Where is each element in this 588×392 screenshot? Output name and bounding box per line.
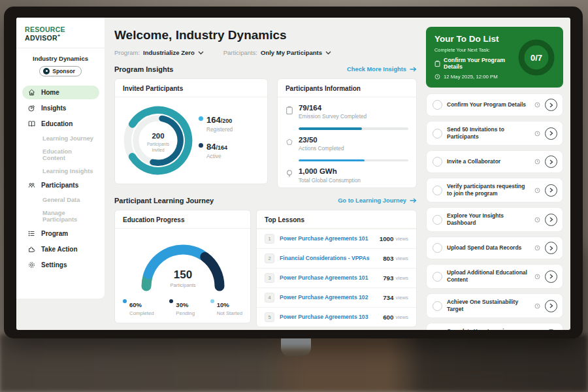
task-label: Upload Spend Data Records xyxy=(447,244,530,252)
program-insights-header: Program Insights Check More Insights xyxy=(114,65,417,73)
chevron-down-icon xyxy=(198,51,204,55)
sidebar-item-participants[interactable]: Participants xyxy=(22,178,99,192)
take-action-icon xyxy=(27,245,36,253)
task-open-button[interactable] xyxy=(545,242,557,254)
go-to-learning-journey-link[interactable]: Go to Learning Journey xyxy=(338,197,417,204)
donut-center-label1: Participants xyxy=(147,142,170,147)
task-open-button[interactable] xyxy=(545,99,557,111)
clock-icon xyxy=(534,188,540,193)
task-row[interactable]: Send 50 Invitations to Participants xyxy=(426,121,563,146)
check-more-insights-link[interactable]: Check More Insights xyxy=(347,66,417,73)
sponsor-badge[interactable]: Sponsor xyxy=(39,66,81,76)
task-open-button[interactable] xyxy=(545,270,557,283)
filter-bar: Program: Industrialize Zero Participants… xyxy=(114,49,417,56)
stat-emission-survey: 79/164 Emission Survey Completed xyxy=(278,97,416,123)
lesson-rank: 3 xyxy=(265,273,274,283)
task-open-button[interactable] xyxy=(545,329,557,330)
stat-label: Emission Survey Completed xyxy=(299,113,367,120)
logo-resource: RESOURCE xyxy=(25,25,65,33)
task-label: Upload Additional Educational Content xyxy=(447,269,530,284)
stat-value: 23/50 xyxy=(299,136,344,144)
sidebar-item-label: Insights xyxy=(41,105,66,112)
sidebar-item-general-data[interactable]: General Data xyxy=(22,194,99,206)
pending-label: Pending xyxy=(176,310,195,316)
completed-dot xyxy=(123,299,127,303)
sidebar-item-education-content[interactable]: Education Content xyxy=(22,146,99,164)
lesson-link[interactable]: Power Purchase Agreements 101 xyxy=(280,235,380,242)
sidebar-item-settings[interactable]: Settings xyxy=(22,258,99,272)
sidebar-item-program[interactable]: Program xyxy=(22,227,99,240)
link-label: Go to Learning Journey xyxy=(338,197,406,204)
sidebar-item-learning-journey[interactable]: Learning Journey xyxy=(22,133,99,144)
task-row[interactable]: Upload Spend Data Records xyxy=(426,237,563,259)
task-checkbox[interactable] xyxy=(433,301,442,311)
sidebar-item-label: Home xyxy=(41,89,59,96)
sidebar-item-take-action[interactable]: Take Action xyxy=(22,242,99,256)
chevron-right-icon xyxy=(549,303,553,308)
lesson-link[interactable]: Financial Considerations - VPPAs xyxy=(280,255,383,261)
donut-center-label2: Invited xyxy=(152,148,165,152)
task-open-button[interactable] xyxy=(545,184,557,197)
journey-cards-row: Education Progress 150 Participants 60% xyxy=(114,210,417,327)
logo-plus: + xyxy=(57,33,60,38)
task-row[interactable]: Upload Additional Educational Content xyxy=(426,264,563,289)
sidebar-item-education[interactable]: Education xyxy=(22,117,99,131)
task-row[interactable]: Explore Your Insights Dashboard xyxy=(426,207,563,232)
lesson-rank: 5 xyxy=(265,312,274,322)
education-progress-card: Education Progress 150 Participants 60% xyxy=(114,210,251,323)
task-checkbox[interactable] xyxy=(433,100,442,110)
next-task-label: Confirm Your Program Details xyxy=(444,57,518,70)
views-suffix: views xyxy=(396,314,409,320)
completed-pct: 60% xyxy=(129,301,142,308)
task-label: Explore Your Insights Dashboard xyxy=(447,212,530,227)
task-open-button[interactable] xyxy=(545,155,557,168)
task-row[interactable]: Confirm Your Program Details xyxy=(426,93,563,116)
sidebar-item-insights[interactable]: Insights xyxy=(22,101,99,115)
task-checkbox[interactable] xyxy=(433,272,442,282)
task-checkbox[interactable] xyxy=(433,186,442,195)
clock-icon xyxy=(534,217,540,223)
views-suffix: views xyxy=(396,295,409,301)
task-open-button[interactable] xyxy=(545,300,557,312)
participants-dropdown[interactable]: Participants: Only My Participants xyxy=(223,49,331,56)
chevron-right-icon xyxy=(549,274,553,279)
task-checkbox[interactable] xyxy=(433,243,442,253)
program-label: Program: xyxy=(114,49,140,56)
sidebar-item-learning-insights[interactable]: Learning Insights xyxy=(22,165,99,177)
active-value: 84 xyxy=(206,142,216,152)
invited-donut-chart: 200 Participants Invited 164/200 Registe… xyxy=(115,97,267,184)
views-suffix: views xyxy=(396,236,409,242)
task-checkbox[interactable] xyxy=(433,157,442,167)
program-dropdown[interactable]: Program: Industrialize Zero xyxy=(114,49,204,56)
lesson-row: 4 Power Purchase Agreements 102 734 view… xyxy=(257,287,416,307)
not-started-pct: 10% xyxy=(217,301,229,308)
sidebar-item-manage-participants[interactable]: Manage Participants xyxy=(22,207,99,225)
task-open-button[interactable] xyxy=(545,127,557,140)
clock-icon xyxy=(534,274,540,280)
task-row[interactable]: Invite a Collaborator xyxy=(426,150,563,173)
lesson-link[interactable]: Power Purchase Agreements 102 xyxy=(280,294,383,301)
views-suffix: views xyxy=(396,255,409,261)
card-title: Top Lessons xyxy=(257,210,416,229)
chevron-right-icon xyxy=(549,131,553,136)
todo-column: Your To Do List Complete Your Next Task:… xyxy=(426,18,563,330)
task-checkbox[interactable] xyxy=(433,215,442,225)
task-row[interactable]: Complete Your Learning Journey xyxy=(426,323,563,330)
lesson-link[interactable]: Power Purchase Agreements 103 xyxy=(280,314,383,320)
task-checkbox[interactable] xyxy=(433,129,442,139)
active-label: Active xyxy=(206,153,227,159)
arrow-right-icon xyxy=(410,67,417,72)
lesson-link[interactable]: Power Purchase Agreements 101 xyxy=(280,274,383,281)
task-label: Invite a Collaborator xyxy=(447,158,530,165)
org-name: Industry Dynamics xyxy=(16,55,105,62)
main-content: Welcome, Industry Dynamics Program: Indu… xyxy=(105,18,426,330)
clock-icon xyxy=(534,102,540,108)
section-title: Participant Learning Journey xyxy=(114,197,214,204)
sidebar-item-home[interactable]: Home xyxy=(22,86,99,99)
participants-icon xyxy=(27,181,36,189)
task-row[interactable]: Achieve One Sustainability Target xyxy=(426,293,563,318)
donut-legend: 164/200 Registered 84/164 Active xyxy=(199,114,233,167)
lesson-row: 3 Power Purchase Agreements 101 793 view… xyxy=(257,268,416,287)
task-row[interactable]: Verify participants requesting to join t… xyxy=(426,178,563,203)
task-open-button[interactable] xyxy=(545,214,557,226)
